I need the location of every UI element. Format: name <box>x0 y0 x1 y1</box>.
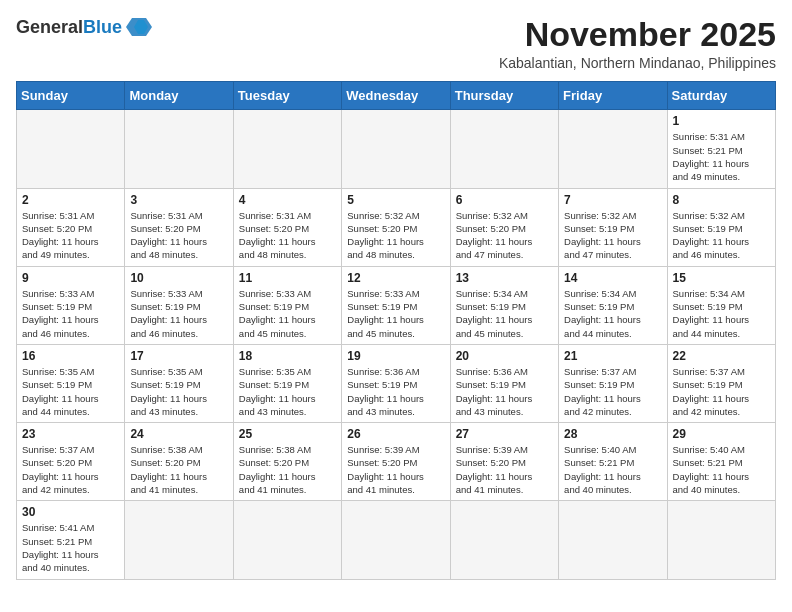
calendar-day-cell <box>342 110 450 188</box>
day-number: 18 <box>239 349 336 363</box>
calendar-week-row: 30Sunrise: 5:41 AM Sunset: 5:21 PM Dayli… <box>17 501 776 579</box>
calendar-day-cell <box>342 501 450 579</box>
day-info: Sunrise: 5:31 AM Sunset: 5:20 PM Dayligh… <box>130 209 227 262</box>
calendar-day-cell: 29Sunrise: 5:40 AM Sunset: 5:21 PM Dayli… <box>667 423 775 501</box>
calendar-week-row: 1Sunrise: 5:31 AM Sunset: 5:21 PM Daylig… <box>17 110 776 188</box>
day-of-week-header: Thursday <box>450 82 558 110</box>
calendar-week-row: 16Sunrise: 5:35 AM Sunset: 5:19 PM Dayli… <box>17 344 776 422</box>
calendar-day-cell: 15Sunrise: 5:34 AM Sunset: 5:19 PM Dayli… <box>667 266 775 344</box>
calendar-day-cell: 6Sunrise: 5:32 AM Sunset: 5:20 PM Daylig… <box>450 188 558 266</box>
day-of-week-header: Tuesday <box>233 82 341 110</box>
calendar-day-cell <box>125 501 233 579</box>
day-info: Sunrise: 5:31 AM Sunset: 5:20 PM Dayligh… <box>22 209 119 262</box>
calendar-day-cell: 28Sunrise: 5:40 AM Sunset: 5:21 PM Dayli… <box>559 423 667 501</box>
day-info: Sunrise: 5:39 AM Sunset: 5:20 PM Dayligh… <box>456 443 553 496</box>
day-info: Sunrise: 5:34 AM Sunset: 5:19 PM Dayligh… <box>564 287 661 340</box>
calendar-day-cell: 22Sunrise: 5:37 AM Sunset: 5:19 PM Dayli… <box>667 344 775 422</box>
page-header: GeneralBlue November 2025 Kabalantian, N… <box>16 16 776 71</box>
day-info: Sunrise: 5:35 AM Sunset: 5:19 PM Dayligh… <box>239 365 336 418</box>
calendar-day-cell: 26Sunrise: 5:39 AM Sunset: 5:20 PM Dayli… <box>342 423 450 501</box>
day-info: Sunrise: 5:37 AM Sunset: 5:19 PM Dayligh… <box>673 365 770 418</box>
day-info: Sunrise: 5:31 AM Sunset: 5:20 PM Dayligh… <box>239 209 336 262</box>
day-number: 10 <box>130 271 227 285</box>
calendar-day-cell <box>450 501 558 579</box>
calendar-table: SundayMondayTuesdayWednesdayThursdayFrid… <box>16 81 776 579</box>
location-subtitle: Kabalantian, Northern Mindanao, Philippi… <box>499 55 776 71</box>
day-info: Sunrise: 5:35 AM Sunset: 5:19 PM Dayligh… <box>22 365 119 418</box>
day-number: 15 <box>673 271 770 285</box>
day-info: Sunrise: 5:33 AM Sunset: 5:19 PM Dayligh… <box>239 287 336 340</box>
day-of-week-header: Saturday <box>667 82 775 110</box>
day-info: Sunrise: 5:39 AM Sunset: 5:20 PM Dayligh… <box>347 443 444 496</box>
logo: GeneralBlue <box>16 16 152 38</box>
day-number: 19 <box>347 349 444 363</box>
calendar-day-cell <box>667 501 775 579</box>
day-info: Sunrise: 5:33 AM Sunset: 5:19 PM Dayligh… <box>347 287 444 340</box>
day-number: 11 <box>239 271 336 285</box>
day-number: 17 <box>130 349 227 363</box>
day-number: 3 <box>130 193 227 207</box>
calendar-day-cell: 25Sunrise: 5:38 AM Sunset: 5:20 PM Dayli… <box>233 423 341 501</box>
day-number: 16 <box>22 349 119 363</box>
day-info: Sunrise: 5:33 AM Sunset: 5:19 PM Dayligh… <box>22 287 119 340</box>
calendar-day-cell <box>450 110 558 188</box>
day-number: 2 <box>22 193 119 207</box>
calendar-day-cell <box>125 110 233 188</box>
calendar-day-cell: 18Sunrise: 5:35 AM Sunset: 5:19 PM Dayli… <box>233 344 341 422</box>
day-info: Sunrise: 5:40 AM Sunset: 5:21 PM Dayligh… <box>564 443 661 496</box>
day-number: 26 <box>347 427 444 441</box>
calendar-day-cell: 13Sunrise: 5:34 AM Sunset: 5:19 PM Dayli… <box>450 266 558 344</box>
day-number: 14 <box>564 271 661 285</box>
calendar-day-cell: 21Sunrise: 5:37 AM Sunset: 5:19 PM Dayli… <box>559 344 667 422</box>
calendar-day-cell: 30Sunrise: 5:41 AM Sunset: 5:21 PM Dayli… <box>17 501 125 579</box>
calendar-day-cell: 1Sunrise: 5:31 AM Sunset: 5:21 PM Daylig… <box>667 110 775 188</box>
day-number: 25 <box>239 427 336 441</box>
day-of-week-header: Monday <box>125 82 233 110</box>
calendar-week-row: 2Sunrise: 5:31 AM Sunset: 5:20 PM Daylig… <box>17 188 776 266</box>
day-number: 9 <box>22 271 119 285</box>
calendar-week-row: 23Sunrise: 5:37 AM Sunset: 5:20 PM Dayli… <box>17 423 776 501</box>
calendar-day-cell: 23Sunrise: 5:37 AM Sunset: 5:20 PM Dayli… <box>17 423 125 501</box>
day-number: 27 <box>456 427 553 441</box>
calendar-week-row: 9Sunrise: 5:33 AM Sunset: 5:19 PM Daylig… <box>17 266 776 344</box>
calendar-day-cell: 11Sunrise: 5:33 AM Sunset: 5:19 PM Dayli… <box>233 266 341 344</box>
calendar-day-cell: 5Sunrise: 5:32 AM Sunset: 5:20 PM Daylig… <box>342 188 450 266</box>
day-number: 7 <box>564 193 661 207</box>
calendar-day-cell: 4Sunrise: 5:31 AM Sunset: 5:20 PM Daylig… <box>233 188 341 266</box>
calendar-day-cell: 12Sunrise: 5:33 AM Sunset: 5:19 PM Dayli… <box>342 266 450 344</box>
calendar-day-cell: 24Sunrise: 5:38 AM Sunset: 5:20 PM Dayli… <box>125 423 233 501</box>
day-info: Sunrise: 5:32 AM Sunset: 5:20 PM Dayligh… <box>456 209 553 262</box>
day-info: Sunrise: 5:36 AM Sunset: 5:19 PM Dayligh… <box>456 365 553 418</box>
calendar-day-cell: 2Sunrise: 5:31 AM Sunset: 5:20 PM Daylig… <box>17 188 125 266</box>
day-info: Sunrise: 5:40 AM Sunset: 5:21 PM Dayligh… <box>673 443 770 496</box>
day-info: Sunrise: 5:35 AM Sunset: 5:19 PM Dayligh… <box>130 365 227 418</box>
day-number: 8 <box>673 193 770 207</box>
day-number: 4 <box>239 193 336 207</box>
day-info: Sunrise: 5:41 AM Sunset: 5:21 PM Dayligh… <box>22 521 119 574</box>
day-info: Sunrise: 5:31 AM Sunset: 5:21 PM Dayligh… <box>673 130 770 183</box>
day-info: Sunrise: 5:38 AM Sunset: 5:20 PM Dayligh… <box>130 443 227 496</box>
day-info: Sunrise: 5:36 AM Sunset: 5:19 PM Dayligh… <box>347 365 444 418</box>
day-of-week-header: Friday <box>559 82 667 110</box>
calendar-day-cell: 9Sunrise: 5:33 AM Sunset: 5:19 PM Daylig… <box>17 266 125 344</box>
day-number: 5 <box>347 193 444 207</box>
day-number: 13 <box>456 271 553 285</box>
day-number: 22 <box>673 349 770 363</box>
day-info: Sunrise: 5:33 AM Sunset: 5:19 PM Dayligh… <box>130 287 227 340</box>
day-info: Sunrise: 5:32 AM Sunset: 5:19 PM Dayligh… <box>673 209 770 262</box>
day-number: 21 <box>564 349 661 363</box>
calendar-header-row: SundayMondayTuesdayWednesdayThursdayFrid… <box>17 82 776 110</box>
day-info: Sunrise: 5:34 AM Sunset: 5:19 PM Dayligh… <box>456 287 553 340</box>
day-number: 28 <box>564 427 661 441</box>
day-number: 20 <box>456 349 553 363</box>
calendar-day-cell: 7Sunrise: 5:32 AM Sunset: 5:19 PM Daylig… <box>559 188 667 266</box>
day-number: 12 <box>347 271 444 285</box>
day-info: Sunrise: 5:32 AM Sunset: 5:20 PM Dayligh… <box>347 209 444 262</box>
day-info: Sunrise: 5:37 AM Sunset: 5:20 PM Dayligh… <box>22 443 119 496</box>
day-number: 24 <box>130 427 227 441</box>
day-number: 23 <box>22 427 119 441</box>
calendar-day-cell: 27Sunrise: 5:39 AM Sunset: 5:20 PM Dayli… <box>450 423 558 501</box>
calendar-day-cell <box>559 501 667 579</box>
calendar-day-cell <box>233 501 341 579</box>
day-info: Sunrise: 5:38 AM Sunset: 5:20 PM Dayligh… <box>239 443 336 496</box>
